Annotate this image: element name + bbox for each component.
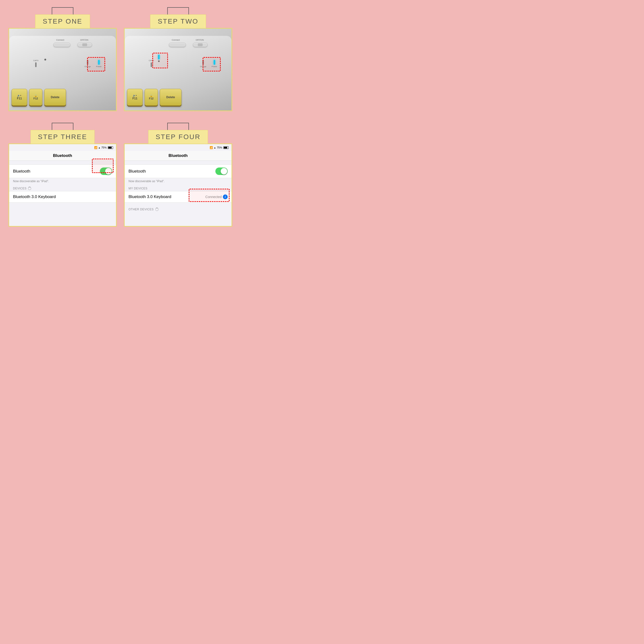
connect-button-2 — [169, 43, 186, 47]
connect-label-1: Connect — [56, 39, 64, 41]
toggle-knob-4 — [221, 168, 227, 174]
battery-icon-4 — [223, 146, 229, 149]
wifi-icon-4: 📶 — [210, 146, 213, 149]
key-lock-2: 🔒 F12 — [145, 89, 158, 106]
key-delete-2: Delete — [160, 89, 181, 106]
ios-status-bar-3: 📶 ▴ 75% — [9, 144, 116, 151]
signal-icon-3: ▴ — [99, 146, 100, 149]
discoverable-text-4: Now discoverable as "iPad". — [125, 178, 232, 185]
step-one-connector — [52, 7, 73, 14]
bluetooth-row-4[interactable]: Bluetooth — [125, 165, 232, 178]
spinner-3 — [28, 187, 31, 190]
connect-button-1 — [53, 43, 70, 47]
step-three-label: STEP THREE — [31, 130, 95, 144]
step-four-quadrant: STEP FOUR 📶 ▴ 75% Bluetooth Bluetooth — [120, 120, 236, 236]
bluetooth-section-4: Bluetooth — [125, 164, 232, 178]
offon-button-2 — [193, 43, 207, 47]
step-one-content: Connect OFF/ON CAPS ✱ Charge — [8, 28, 117, 111]
battery-percent-3: 75% — [101, 146, 107, 149]
offon-label-2: OFF/ON — [196, 39, 204, 41]
step-four-highlight-box — [189, 189, 230, 202]
step-one-quadrant: STEP ONE Connect OFF/ON CAPS ✱ — [5, 5, 120, 120]
step-two-quadrant: STEP TWO Connect OFF/ON CAPS ✱ — [120, 5, 236, 120]
battery-icon-3 — [108, 146, 113, 149]
keyboard-keys-row-2: 🔊+ F11 🔒 F12 Delete — [127, 89, 229, 106]
key-volume-2: 🔊+ F11 — [127, 89, 143, 106]
bt-symbol-1: ✱ — [44, 58, 46, 61]
ios-screen-title-3: Bluetooth — [53, 153, 72, 158]
step-two-label: STEP TWO — [150, 14, 206, 28]
offon-button-1 — [77, 43, 92, 47]
step-four-ios-screen: 📶 ▴ 75% Bluetooth Bluetooth — [125, 144, 232, 226]
key-lock-1: 🔒 F12 — [29, 89, 42, 106]
device-row-3[interactable]: Bluetooth 3.0 Keyboard — [9, 191, 116, 203]
bluetooth-toggle-4[interactable] — [215, 167, 228, 175]
keyboard-keys-row-1: 🔊+ F11 🔒 F12 Delete — [12, 89, 114, 106]
bluetooth-label-3: Bluetooth — [13, 169, 30, 174]
device-name-4: Bluetooth 3.0 Keyboard — [129, 194, 171, 199]
bluetooth-label-4: Bluetooth — [129, 169, 146, 174]
ios-screen-title-4: Bluetooth — [168, 153, 187, 158]
step-three-content: 📶 ▴ 75% Bluetooth Bluetooth — [8, 143, 117, 227]
step-three-connector — [52, 123, 73, 130]
discoverable-text-3: Now discoverable as "iPad". — [9, 178, 116, 185]
step-one-highlight-box — [87, 57, 105, 71]
connect-label-2: Connect — [172, 39, 180, 41]
step-four-label: STEP FOUR — [148, 130, 208, 144]
step-two-highlight-box-bt — [152, 53, 168, 68]
step-three-quadrant: STEP THREE 📶 ▴ 75% Bluetooth Bluetooth — [5, 120, 120, 236]
step-two-highlight-box-power — [203, 57, 221, 71]
key-volume-1: 🔊+ F11 — [12, 89, 27, 106]
step-four-content: 📶 ▴ 75% Bluetooth Bluetooth — [124, 143, 232, 227]
signal-icon-4: ▴ — [214, 146, 216, 149]
other-devices-section-label-4: OTHER DEVICES — [125, 206, 232, 212]
caps-indicator-label-1: CAPS — [33, 59, 39, 68]
offon-label-1: OFF/ON — [80, 39, 88, 41]
step-four-connector — [167, 123, 189, 130]
step-three-ios-screen: 📶 ▴ 75% Bluetooth Bluetooth — [9, 144, 116, 226]
spinner-4 — [155, 208, 159, 211]
key-delete-1: Delete — [44, 89, 66, 106]
step-two-connector — [167, 7, 189, 14]
step-one-keyboard-image: Connect OFF/ON CAPS ✱ Charge — [9, 29, 116, 110]
step-three-highlight-box — [92, 159, 114, 173]
step-two-content: Connect OFF/ON CAPS ✱ — [124, 28, 232, 111]
ios-status-bar-4: 📶 ▴ 75% — [125, 144, 232, 151]
wifi-icon-3: 📶 — [94, 146, 97, 149]
ios-navbar-4: Bluetooth — [125, 151, 232, 161]
battery-percent-4: 75% — [217, 146, 222, 149]
devices-section-label-3: DEVICES — [9, 185, 116, 191]
step-two-keyboard-image: Connect OFF/ON CAPS ✱ — [125, 29, 232, 110]
device-name-3: Bluetooth 3.0 Keyboard — [13, 194, 56, 199]
step-one-label: STEP ONE — [35, 14, 90, 28]
